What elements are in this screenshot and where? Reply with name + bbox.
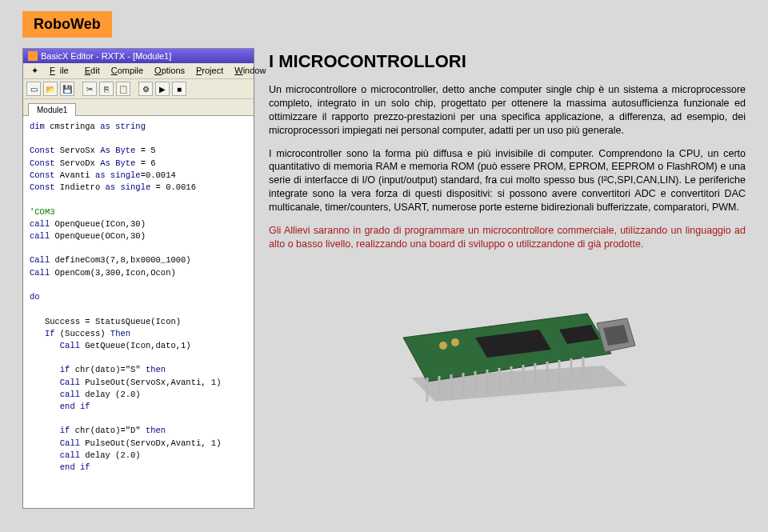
article-p3: Gli Allievi saranno in grado di programm…	[269, 224, 746, 251]
save-icon[interactable]: 💾	[60, 82, 74, 96]
new-icon[interactable]: ▭	[26, 82, 41, 96]
menu-compile[interactable]: Compile	[106, 65, 148, 77]
page: RoboWeb BasicX Editor - RXTX - [Module1]…	[0, 0, 768, 532]
editor-title: BasicX Editor - RXTX - [Module1]	[41, 51, 171, 61]
svg-point-21	[451, 338, 459, 346]
content-row: BasicX Editor - RXTX - [Module1] ✦ File …	[22, 48, 746, 509]
editor-tabstrip: Module1	[23, 99, 254, 116]
code-area[interactable]: dim cmstringa as string Const ServoSx As…	[23, 116, 254, 508]
editor-toolbar: ▭ 📂 💾 ✂ ⎘ 📋 ⚙ ▶ ■	[23, 79, 254, 99]
menu-project[interactable]: Project	[191, 65, 228, 77]
menu-edit[interactable]: Edit	[80, 65, 105, 77]
file-tab-module1[interactable]: Module1	[28, 103, 76, 116]
copy-icon[interactable]: ⎘	[99, 82, 114, 96]
article-heading: I MICROCONTROLLORI	[269, 51, 746, 72]
compile-icon[interactable]: ⚙	[138, 82, 153, 96]
svg-point-20	[439, 342, 447, 350]
article-column: I MICROCONTROLLORI Un microcontrollore o…	[269, 48, 746, 509]
editor-menubar: ✦ File Edit Compile Options Project Wind…	[23, 63, 254, 79]
stop-icon[interactable]: ■	[172, 82, 186, 96]
run-icon[interactable]: ▶	[155, 82, 170, 96]
menu-window[interactable]: Window	[230, 65, 270, 77]
open-icon[interactable]: 📂	[43, 82, 58, 96]
cut-icon[interactable]: ✂	[82, 82, 97, 96]
app-icon	[28, 51, 38, 61]
page-tab: RoboWeb	[22, 11, 112, 38]
microcontroller-board-image	[269, 266, 746, 409]
paste-icon[interactable]: 📋	[116, 82, 130, 96]
board-svg	[363, 266, 651, 406]
editor-titlebar: BasicX Editor - RXTX - [Module1]	[23, 49, 254, 63]
editor-window: BasicX Editor - RXTX - [Module1] ✦ File …	[22, 48, 254, 509]
page-tab-label: RoboWeb	[34, 16, 101, 32]
article-p1: Un microcontrollore o microcontroller, d…	[269, 83, 746, 138]
article-p2: I microcontroller sono la forma più diff…	[269, 147, 746, 214]
menu-file[interactable]: File	[45, 65, 78, 77]
app-menu-icon[interactable]: ✦	[26, 65, 43, 77]
menu-options[interactable]: Options	[150, 65, 190, 77]
